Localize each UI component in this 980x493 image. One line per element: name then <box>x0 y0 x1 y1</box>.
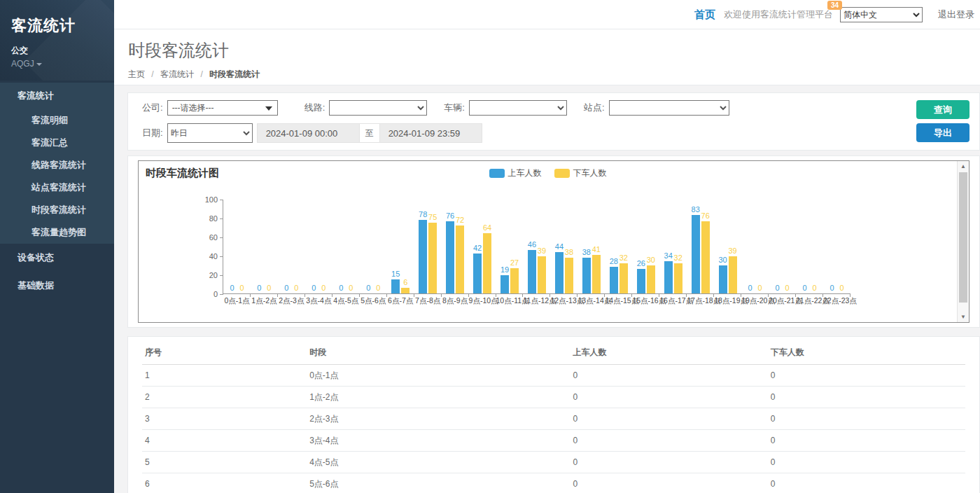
language-select[interactable]: 简体中文 <box>840 7 923 22</box>
x-axis-tick-label: 21点-22点 <box>796 296 823 306</box>
home-link[interactable]: 首页 <box>694 8 715 22</box>
bar-group: 0022点-23点 <box>823 199 850 293</box>
welcome-text: 欢迎使用客流统计管理平台 <box>724 8 833 21</box>
hourly-stats-table: 序号时段上车人数下车人数10点-1点0021点-2点0032点-3点0043点-… <box>142 341 965 493</box>
bar-group: 384113点-14点 <box>578 199 605 293</box>
sidebar-subitem-时段客流统计[interactable]: 时段客流统计 <box>0 199 114 221</box>
x-axis-tick-label: 13点-14点 <box>578 296 605 306</box>
station-label: 站点: <box>584 102 605 114</box>
bar-上车人数 <box>500 275 509 293</box>
chart-plot-area: 020406080100000点-1点001点-2点002点-3点003点-4点… <box>139 161 957 322</box>
logout-link[interactable]: 退出登录 <box>938 8 974 21</box>
org-code-dropdown[interactable]: AQGJ <box>11 59 114 69</box>
topbar: 首页 欢迎使用客流统计管理平台 34 简体中文 退出登录 <box>114 0 980 29</box>
sidebar-subitem-站点客流统计[interactable]: 站点客流统计 <box>0 176 114 199</box>
bar-下车人数 <box>538 256 546 293</box>
company-label: 公司: <box>142 102 163 114</box>
bar-上车人数 <box>446 221 454 293</box>
sidebar-subitem-客流明细[interactable]: 客流明细 <box>0 109 114 132</box>
station-select[interactable] <box>609 100 729 116</box>
content-area: 公司: ---请选择--- 线路: 车辆: 站点: 日期: 昨日 202 <box>114 86 980 493</box>
bar-group: 283214点-15点 <box>605 199 632 293</box>
bar-group: 005点-6点 <box>360 199 387 293</box>
bar-group: 263015点-16点 <box>632 199 659 293</box>
sidebar-subitem-客流汇总[interactable]: 客流汇总 <box>0 132 114 154</box>
x-axis-tick-label: 3点-4点 <box>305 296 332 306</box>
x-axis-tick-label: 18点-19点 <box>714 296 741 306</box>
bar-下车人数 <box>674 263 682 293</box>
table-header-上车人数: 上车人数 <box>570 341 768 365</box>
line-select[interactable] <box>329 100 427 116</box>
vehicle-select[interactable] <box>469 100 567 116</box>
bar-group: 0021点-22点 <box>796 199 823 293</box>
breadcrumb-home[interactable]: 主页 <box>128 69 145 79</box>
table-header-序号: 序号 <box>142 341 307 365</box>
table-row: 65点-6点00 <box>142 473 965 493</box>
x-axis-tick-label: 2点-3点 <box>278 296 305 306</box>
bar-上车人数 <box>582 258 591 293</box>
bar-group: 303918点-19点 <box>714 199 741 293</box>
sidebar-logo-area: 客流统计 公交 AQGJ <box>0 0 114 81</box>
table-row: 21点-2点00 <box>142 387 965 408</box>
app-logo: 客流统计 <box>11 15 114 36</box>
x-axis-tick-label: 11点-12点 <box>523 296 550 306</box>
scrollbar-up-icon[interactable]: ▲ <box>958 161 969 172</box>
page-title: 时段客流统计 <box>128 39 980 62</box>
org-code-label: AQGJ <box>11 59 34 69</box>
x-axis-tick-label: 0点-1点 <box>223 296 251 306</box>
bar-group: 002点-3点 <box>278 199 305 293</box>
sidebar-menu: 客流统计客流明细客流汇总线路客流统计站点客流统计时段客流统计客流量趋势图设备状态… <box>0 83 114 300</box>
bar-上车人数 <box>419 220 427 293</box>
sidebar-item-设备状态[interactable]: 设备状态 <box>0 244 114 272</box>
sidebar-item-客流统计[interactable]: 客流统计 <box>0 83 114 109</box>
page-header: 时段客流统计 主页 / 客流统计 / 时段客流统计 <box>114 29 980 85</box>
bar-上车人数 <box>692 215 700 293</box>
line-label: 线路: <box>304 102 326 114</box>
table-row: 54点-5点00 <box>142 452 965 473</box>
bar-上车人数 <box>664 261 673 293</box>
company-select[interactable]: ---请选择--- <box>167 100 278 116</box>
bar-下车人数 <box>592 255 601 293</box>
x-axis-tick-label: 4点-5点 <box>332 296 360 306</box>
bar-group: 463911点-12点 <box>523 199 550 293</box>
query-button[interactable]: 查询 <box>916 100 969 119</box>
bar-下车人数 <box>401 288 410 293</box>
chart-scrollbar[interactable]: ▲ ▼ <box>957 161 969 322</box>
caret-down-icon <box>36 63 42 66</box>
org-name: 公交 <box>11 45 114 57</box>
bar-group: 837617点-18点 <box>687 199 714 293</box>
bar-chart: 020406080100000点-1点001点-2点002点-3点003点-4点… <box>223 200 850 294</box>
notification-badge: 34 <box>827 1 842 10</box>
x-axis-tick-label: 9点-10点 <box>469 296 496 306</box>
sidebar-subitem-线路客流统计[interactable]: 线路客流统计 <box>0 154 114 176</box>
x-axis-tick-label: 15点-16点 <box>632 296 659 306</box>
bar-下车人数 <box>510 268 519 293</box>
export-button[interactable]: 导出 <box>916 123 969 142</box>
x-axis-tick-label: 12点-13点 <box>550 296 578 306</box>
date-start-input[interactable]: 2024-01-09 00:00 <box>257 123 360 143</box>
x-axis-tick-label: 7点-8点 <box>414 296 442 306</box>
x-axis-tick-label: 20点-21点 <box>769 296 796 306</box>
bar-group: 42649点-10点 <box>469 199 496 293</box>
sidebar-subitem-客流量趋势图[interactable]: 客流量趋势图 <box>0 221 114 244</box>
bar-group: 000点-1点 <box>223 199 251 293</box>
filter-card: 公司: ---请选择--- 线路: 车辆: 站点: 日期: 昨日 202 <box>127 92 980 151</box>
x-axis-tick-label: 5点-6点 <box>360 296 387 306</box>
table-header-时段: 时段 <box>307 341 570 365</box>
bar-下车人数 <box>620 263 628 293</box>
table-row: 10点-1点00 <box>142 365 965 387</box>
scrollbar-down-icon[interactable]: ▼ <box>958 312 969 322</box>
y-axis-tick-label: 60 <box>198 233 218 242</box>
sidebar-item-基础数据[interactable]: 基础数据 <box>0 272 114 300</box>
bar-group: 001点-2点 <box>251 199 278 293</box>
breadcrumb-section[interactable]: 客流统计 <box>160 69 194 79</box>
y-axis-tick-label: 40 <box>198 252 218 261</box>
bar-group: 004点-5点 <box>332 199 360 293</box>
bar-下车人数 <box>565 258 573 293</box>
date-preset-select[interactable]: 昨日 <box>167 123 253 143</box>
scrollbar-thumb[interactable] <box>959 172 967 303</box>
table-card: 序号时段上车人数下车人数10点-1点0021点-2点0032点-3点0043点-… <box>127 336 980 493</box>
bar-下车人数 <box>483 233 491 293</box>
date-end-input[interactable]: 2024-01-09 23:59 <box>379 123 482 143</box>
chart-card: 时段车流统计图 上车人数下车人数 020406080100000点-1点001点… <box>127 155 980 328</box>
